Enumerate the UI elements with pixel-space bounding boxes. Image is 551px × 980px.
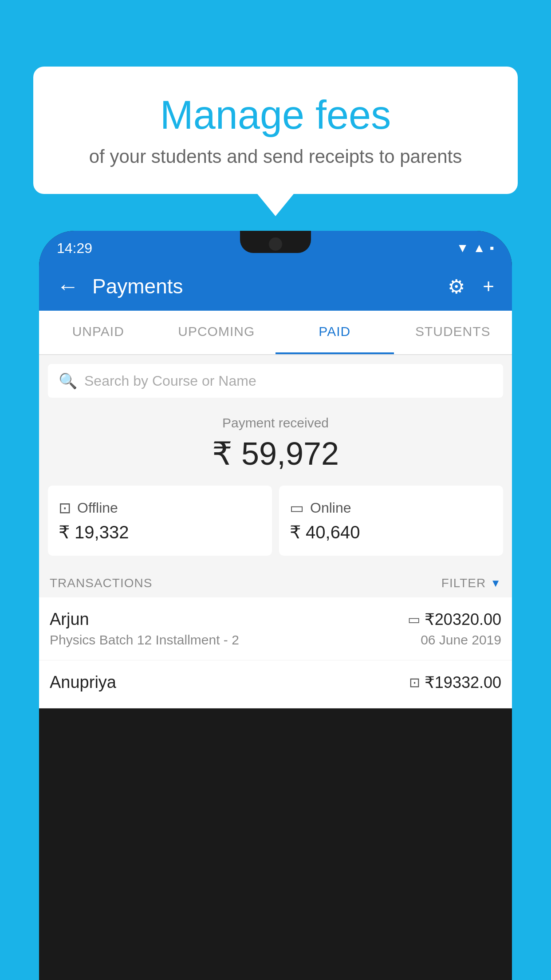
transactions-header: TRANSACTIONS FILTER ▼	[39, 569, 512, 597]
search-bar[interactable]: 🔍 Search by Course or Name	[48, 364, 503, 398]
search-input[interactable]: Search by Course or Name	[84, 373, 256, 389]
status-time: 14:29	[57, 240, 92, 257]
speech-bubble-container: Manage fees of your students and send re…	[33, 67, 518, 194]
tab-paid[interactable]: PAID	[276, 311, 394, 354]
search-icon: 🔍	[59, 372, 77, 390]
online-card: ▭ Online ₹ 40,640	[279, 486, 503, 556]
transaction-bottom: Physics Batch 12 Installment - 2 06 June…	[50, 632, 501, 648]
transaction-course: Physics Batch 12 Installment - 2	[50, 632, 239, 648]
speech-bubble-subtitle: of your students and send receipts to pa…	[69, 146, 482, 167]
tab-unpaid[interactable]: UNPAID	[39, 311, 157, 354]
payment-received-amount: ₹ 59,972	[48, 435, 503, 472]
online-amount: ₹ 40,640	[290, 522, 492, 542]
transaction-amount-container: ▭ ₹20320.00	[408, 610, 501, 629]
offline-card: ⊡ Offline ₹ 19,332	[48, 486, 272, 556]
transaction-name: Arjun	[50, 610, 89, 629]
offline-amount: ₹ 19,332	[59, 522, 261, 542]
back-button[interactable]: ←	[52, 269, 83, 304]
tab-upcoming[interactable]: UPCOMING	[157, 311, 276, 354]
table-row[interactable]: Arjun ▭ ₹20320.00 Physics Batch 12 Insta…	[39, 597, 512, 660]
transactions-label: TRANSACTIONS	[50, 576, 152, 590]
tabs: UNPAID UPCOMING PAID STUDENTS	[39, 311, 512, 355]
transaction-amount-container: ⊡ ₹19332.00	[409, 673, 501, 692]
app-bar: ← Payments ⚙ +	[39, 262, 512, 311]
transaction-date: 06 June 2019	[421, 632, 501, 648]
online-label: Online	[310, 500, 351, 516]
payment-received-label: Payment received	[48, 415, 503, 431]
speech-bubble: Manage fees of your students and send re…	[33, 67, 518, 194]
offline-card-header: ⊡ Offline	[59, 499, 261, 517]
transaction-top: Anupriya ⊡ ₹19332.00	[50, 673, 501, 692]
payment-received-section: Payment received ₹ 59,972	[39, 398, 512, 486]
transaction-amount: ₹20320.00	[425, 610, 501, 629]
filter-button[interactable]: FILTER ▼	[441, 576, 501, 590]
phone-content: 🔍 Search by Course or Name Payment recei…	[39, 355, 512, 708]
battery-icon: ▪	[490, 241, 494, 255]
wifi-icon: ▼	[457, 241, 469, 255]
signal-icon: ▲	[473, 241, 485, 255]
online-card-header: ▭ Online	[290, 499, 492, 517]
add-button[interactable]: +	[478, 271, 499, 302]
payment-type-icon: ⊡	[409, 675, 420, 690]
gear-icon[interactable]: ⚙	[443, 271, 469, 302]
offline-label: Offline	[77, 500, 118, 516]
table-row[interactable]: Anupriya ⊡ ₹19332.00	[39, 660, 512, 708]
phone-camera	[269, 237, 282, 251]
payment-type-icon: ▭	[408, 612, 420, 627]
filter-label: FILTER	[441, 576, 486, 590]
filter-icon: ▼	[490, 577, 501, 589]
transaction-top: Arjun ▭ ₹20320.00	[50, 610, 501, 629]
offline-icon: ⊡	[59, 499, 71, 517]
speech-bubble-title: Manage fees	[69, 93, 482, 137]
transaction-name: Anupriya	[50, 673, 116, 692]
status-icons: ▼ ▲ ▪	[457, 241, 494, 255]
phone-frame: 14:29 ▼ ▲ ▪ ← Payments ⚙ + UNPAID UPCOMI…	[39, 231, 512, 980]
tab-students[interactable]: STUDENTS	[394, 311, 512, 354]
transaction-amount: ₹19332.00	[425, 673, 501, 692]
payment-cards-row: ⊡ Offline ₹ 19,332 ▭ Online ₹ 40,640	[39, 486, 512, 569]
online-icon: ▭	[290, 499, 304, 517]
app-title: Payments	[92, 274, 434, 298]
phone-notch	[240, 231, 311, 253]
